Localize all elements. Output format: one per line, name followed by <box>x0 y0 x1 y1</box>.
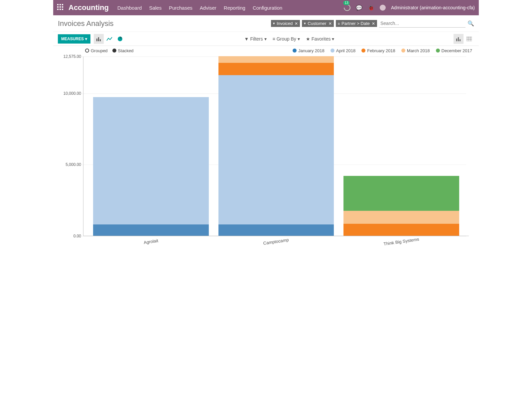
svg-rect-4 <box>456 39 457 41</box>
messages-badge: 13 <box>343 1 349 5</box>
star-icon: ★ <box>306 36 310 42</box>
legend-dot-icon <box>401 49 405 53</box>
filter-tag-customer[interactable]: ▾ Customer ✕ <box>302 20 333 27</box>
search-area: ▾ Invoiced ✕ ▾ Customer ✕ ≡ Partner > Da… <box>271 19 474 28</box>
grouped-radio[interactable]: Grouped <box>85 48 108 53</box>
measures-button[interactable]: MEASURES ▾ <box>58 34 90 44</box>
legend-dot-icon <box>436 49 440 53</box>
avatar[interactable] <box>380 5 386 11</box>
legend-label: February 2018 <box>367 48 395 53</box>
chart: 0.005,000.0010,000.0012,575.00 AgrolaitC… <box>60 57 472 253</box>
x-tick-label: Camptocamp <box>263 237 289 246</box>
svg-rect-5 <box>458 37 459 41</box>
favorites-dropdown[interactable]: ★Favorites▾ <box>306 36 334 42</box>
search-icon[interactable]: 🔍 <box>467 20 474 27</box>
view-graph-button[interactable] <box>454 34 464 44</box>
menu-purchases[interactable]: Purchases <box>169 5 193 11</box>
menu-dashboard[interactable]: Dashboard <box>117 5 142 11</box>
legend-item[interactable]: April 2018 <box>331 48 356 53</box>
filter-tag-label: Invoiced <box>277 21 293 26</box>
group-icon: ≡ <box>273 36 275 42</box>
filter-tag-label: Customer <box>308 21 326 26</box>
app-brand[interactable]: Accounting <box>68 3 109 12</box>
search-input[interactable] <box>379 19 466 28</box>
filter-icon: ▾ <box>273 21 275 26</box>
series-legend: January 2018April 2018February 2018March… <box>293 48 472 53</box>
close-icon[interactable]: ✕ <box>372 21 375 26</box>
bar-segment[interactable] <box>218 224 334 236</box>
y-tick-label: 10,000.00 <box>64 91 81 96</box>
bar-segment[interactable] <box>218 75 334 224</box>
filter-icon: ▼ <box>244 36 249 42</box>
groupby-tag-partner-date[interactable]: ≡ Partner > Date ✕ <box>336 20 377 27</box>
menu-sales[interactable]: Sales <box>149 5 162 11</box>
legend-label: December 2017 <box>442 48 472 53</box>
page-title: Invoices Analysis <box>58 19 114 28</box>
svg-rect-2 <box>100 39 101 41</box>
x-tick-label: Think Big Systems <box>383 237 420 247</box>
legend-item[interactable]: January 2018 <box>293 48 325 53</box>
menu-reporting[interactable]: Reporting <box>224 5 245 11</box>
bar-segment[interactable] <box>218 63 334 75</box>
y-tick-label: 0.00 <box>73 234 81 238</box>
main-menu: Dashboard Sales Purchases Adviser Report… <box>117 5 282 11</box>
legend-dot-icon <box>293 49 297 53</box>
y-axis: 0.005,000.0010,000.0012,575.00 <box>60 57 83 236</box>
legend-label: April 2018 <box>336 48 356 53</box>
bar-group[interactable]: Camptocamp <box>218 56 334 236</box>
legend-label: January 2018 <box>298 48 325 53</box>
measures-label: MEASURES <box>61 37 84 41</box>
bar-group[interactable]: Think Big Systems <box>343 176 459 236</box>
filters-dropdown[interactable]: ▼Filters▾ <box>244 36 267 42</box>
caret-down-icon: ▾ <box>332 36 334 42</box>
stack-toggle: Grouped Stacked <box>85 48 134 53</box>
legend-label: March 2018 <box>407 48 430 53</box>
groupby-dropdown[interactable]: ≡Group By▾ <box>273 36 300 42</box>
messages-icon[interactable]: 13 <box>342 3 352 12</box>
svg-rect-0 <box>96 39 97 41</box>
y-tick-label: 12,575.00 <box>64 54 81 59</box>
legend-item[interactable]: February 2018 <box>361 48 395 53</box>
bar-segment[interactable] <box>93 97 209 224</box>
chart-type-line-button[interactable] <box>104 34 114 44</box>
close-icon[interactable]: ✕ <box>329 21 332 26</box>
bar-segment[interactable] <box>343 176 459 211</box>
legend-item[interactable]: March 2018 <box>401 48 430 53</box>
caret-down-icon: ▾ <box>298 36 300 42</box>
svg-rect-6 <box>460 39 461 41</box>
stacked-radio[interactable]: Stacked <box>112 48 134 53</box>
group-icon: ≡ <box>338 22 340 26</box>
chart-type-bar-button[interactable] <box>94 34 104 44</box>
legend-item[interactable]: December 2017 <box>436 48 472 53</box>
bar-group[interactable]: Agrolait <box>93 97 209 236</box>
bar-segment[interactable] <box>93 224 209 236</box>
view-pivot-button[interactable] <box>464 34 474 44</box>
bar-segment[interactable] <box>343 211 459 224</box>
chart-type-pie-button[interactable] <box>115 34 125 44</box>
svg-rect-7 <box>466 37 472 41</box>
apps-icon[interactable] <box>57 4 65 11</box>
chart-plot[interactable]: AgrolaitCamptocampThink Big Systems <box>83 57 469 236</box>
top-nav: Accounting Dashboard Sales Purchases Adv… <box>53 0 479 15</box>
caret-down-icon: ▾ <box>264 36 267 42</box>
y-tick-label: 5,000.00 <box>66 162 81 167</box>
menu-configuration[interactable]: Configuration <box>253 5 282 11</box>
bug-icon[interactable]: 🐞 <box>368 5 374 11</box>
filter-tag-invoiced[interactable]: ▾ Invoiced ✕ <box>271 20 300 27</box>
bar-segment[interactable] <box>343 224 459 236</box>
filter-tag-label: Partner > Date <box>341 21 370 26</box>
close-icon[interactable]: ✕ <box>295 21 298 26</box>
user-label[interactable]: Administrator (animation-accounting-cfa) <box>391 5 475 10</box>
svg-rect-1 <box>98 37 99 41</box>
chat-icon[interactable]: 💬 <box>356 5 362 11</box>
legend-dot-icon <box>331 49 334 53</box>
menu-adviser[interactable]: Adviser <box>200 5 216 11</box>
x-tick-label: Agrolait <box>143 238 159 245</box>
filter-icon: ▾ <box>304 21 306 26</box>
bar-segment[interactable] <box>218 56 334 63</box>
legend-dot-icon <box>361 49 365 53</box>
caret-down-icon: ▾ <box>85 37 87 41</box>
